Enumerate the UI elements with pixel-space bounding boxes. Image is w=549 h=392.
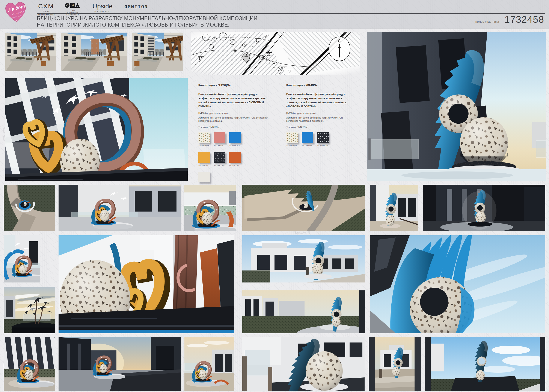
- thumb-nest-entry: [4, 235, 40, 282]
- header-band: Любовь и голуби ЖИЛОЙ КОМПЛЕКС СХМ СЕКЦИ…: [0, 0, 549, 28]
- texture-swatch: Art. VNBL010: [302, 132, 317, 147]
- wing-body: Имерсивный объект формирующий среду с эф…: [286, 92, 351, 109]
- texture-swatch: Art. VRY200Z: [198, 132, 213, 147]
- swatch-art-label: Art. VNP010: [214, 145, 229, 147]
- logo-sxm-name: СХМ: [34, 3, 58, 10]
- competition-board: 13141123паремПандус 8ОО Любовь и голуби …: [0, 0, 549, 392]
- swatch-art-label: Art. VNY010: [198, 165, 213, 167]
- swatch-art-label: Art. VNBL010: [302, 145, 317, 147]
- svg-text:С: С: [338, 39, 341, 43]
- thumb-wing-night: [423, 185, 545, 231]
- thumb-wing-steps: [369, 337, 421, 391]
- competition-title: БЛИЦ-КОНКУРС НА РАЗРАБОТКУ МОНУМЕНТАЛЬНО…: [37, 15, 257, 28]
- texture-swatch: Art. VNP010: [214, 132, 229, 147]
- header-divider: [37, 13, 545, 14]
- wing-height: Н-8000 от уровня площадки.: [286, 112, 351, 115]
- thumb-wing-building: [242, 235, 365, 282]
- nest-swatches: Art. VRY200Z Art. VNP010 Art. VNBL010 Ar…: [198, 132, 248, 191]
- swatch-art-label: Art. VRB31MO: [214, 165, 229, 167]
- texture-swatch: Art. VNBL010: [229, 132, 244, 147]
- participant-number: 1732458: [505, 14, 544, 25]
- thumb-nest-evening: [58, 337, 181, 391]
- swatch-art-label: Art. VNBL010: [229, 145, 244, 147]
- svg-text:23: 23: [287, 70, 291, 74]
- thumb-wing-lawn: [242, 290, 365, 333]
- texture-swatch: Art. VRY200Z: [286, 132, 301, 147]
- hero-render-wing: [367, 32, 546, 181]
- closeup-nest: [58, 235, 234, 333]
- participant-label: номер участника: [475, 20, 499, 23]
- thumb-nest-pond: [184, 185, 236, 231]
- wing-heading: Композиция «КРЫЛО».: [286, 84, 355, 87]
- nest-material: Армированный бетон, финишное покрытие OM…: [198, 116, 269, 123]
- logo-sxm: СХМ СЕКЦИЯ ХУДОЖНИКОВ МОНУМЕНТАЛИСТОВ: [34, 3, 58, 16]
- svg-text:14: 14: [199, 56, 202, 60]
- texture-swatch: Art. VNY010: [198, 152, 213, 167]
- thumb-wing-aerial: [242, 185, 365, 231]
- swatch-art-label: Art. VRB31MO: [317, 145, 332, 147]
- section-nest: Композиция «ГНЕЗДО». Имерсивный объект ф…: [198, 84, 271, 191]
- nest-heading: Композиция «ГНЕЗДО».: [198, 84, 271, 87]
- svg-text:М: М: [72, 4, 74, 7]
- logo-upside: Upside DEVELOPMENT: [90, 3, 115, 12]
- thumb-wing-silhouette: [425, 337, 545, 391]
- texture-swatch: Art. VNW009: [198, 172, 213, 186]
- sma-glyphs-icon: С М А: [64, 3, 80, 8]
- thumb-nest-morning: [185, 337, 234, 391]
- photo-courtyard-1: [5, 33, 57, 71]
- svg-text:21: 21: [267, 53, 271, 56]
- logo-omniton: OMNITON: [120, 3, 152, 9]
- swatch-art-label: Art. VRY200Z: [286, 145, 301, 147]
- wing-swatches: Art. VRY200Z Art. VNBL010 Art. VRB31MO: [286, 132, 336, 152]
- closeup-wing: [370, 235, 545, 333]
- wing-textures-label: Текстуры OMNITON:: [286, 126, 357, 129]
- heart-logo: Любовь и голуби ЖИЛОЙ КОМПЛЕКС: [5, 1, 27, 25]
- hero-render-nest: [5, 78, 188, 181]
- participant-block: номер участника 1732458: [475, 14, 544, 25]
- photo-courtyard-2: [61, 33, 127, 71]
- svg-text:С: С: [66, 4, 68, 7]
- svg-text:19: 19: [239, 43, 243, 47]
- svg-text:16: 16: [256, 39, 259, 42]
- thumb-wing-courtyard: [370, 185, 418, 231]
- thumb-birds-sunset: [4, 287, 55, 333]
- nest-body: Имерсивный объект формирующий среду с эф…: [198, 92, 269, 109]
- nest-height: Н-4000 от уровня площадки.: [198, 112, 269, 115]
- texture-swatch: Art. VRB31MO: [214, 152, 229, 167]
- wing-material: Армированный бетон, финишное покрытие OM…: [286, 116, 351, 123]
- site-plan: 14 19 16 21 17 2324.6 С: [191, 32, 360, 75]
- svg-text:А: А: [77, 5, 78, 7]
- section-wing: Композиция «КРЫЛО». Имерсивный объект фо…: [286, 84, 355, 152]
- texture-swatch: Art. VNO010: [229, 152, 244, 167]
- nest-textures-label: Текстуры OMNITON:: [198, 126, 269, 129]
- thumb-nest-context: [58, 185, 181, 231]
- swatch-art-label: Art. VRY200Z: [198, 145, 213, 147]
- thumb-wing-detail: [242, 337, 364, 391]
- texture-swatch: Art. VRB31MO: [317, 132, 332, 147]
- photo-courtyard-3: [132, 33, 183, 71]
- thumb-nest-aerial: [4, 185, 55, 231]
- swatch-art-label: Art. VNO010: [229, 165, 244, 167]
- thumb-nest-facade: [4, 337, 55, 391]
- svg-text:17: 17: [281, 66, 285, 70]
